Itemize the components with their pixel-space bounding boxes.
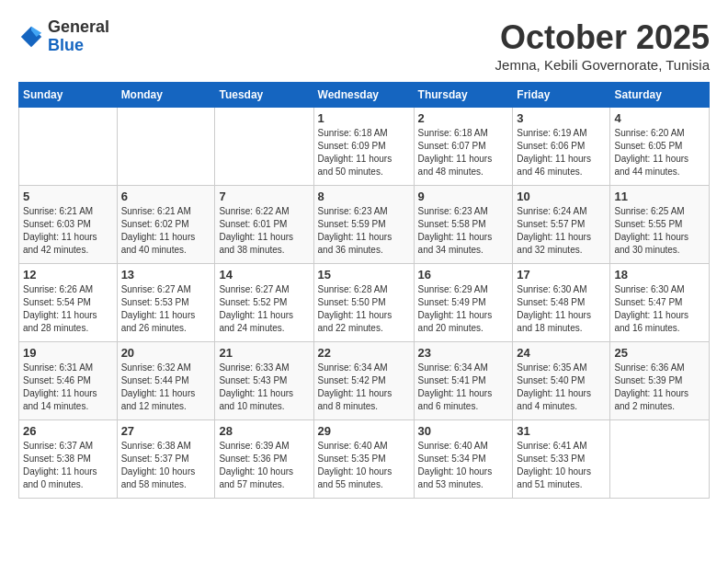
calendar-cell: 14Sunrise: 6:27 AM Sunset: 5:52 PM Dayli…: [215, 264, 313, 342]
day-number: 5: [23, 190, 113, 203]
day-info: Sunrise: 6:22 AM Sunset: 6:01 PM Dayligh…: [219, 205, 309, 257]
week-row-1: 5Sunrise: 6:21 AM Sunset: 6:03 PM Daylig…: [19, 186, 710, 264]
calendar-cell: [215, 108, 313, 186]
day-number: 23: [418, 346, 509, 360]
calendar-cell: 17Sunrise: 6:30 AM Sunset: 5:48 PM Dayli…: [513, 264, 610, 342]
week-row-0: 1Sunrise: 6:18 AM Sunset: 6:09 PM Daylig…: [19, 108, 710, 186]
week-row-3: 19Sunrise: 6:31 AM Sunset: 5:46 PM Dayli…: [19, 342, 710, 420]
calendar-cell: 20Sunrise: 6:32 AM Sunset: 5:44 PM Dayli…: [117, 342, 215, 420]
header-day-friday: Friday: [513, 83, 610, 108]
day-number: 11: [614, 190, 705, 203]
calendar-cell: 5Sunrise: 6:21 AM Sunset: 6:03 PM Daylig…: [19, 186, 118, 264]
calendar-cell: 7Sunrise: 6:22 AM Sunset: 6:01 PM Daylig…: [215, 186, 313, 264]
day-info: Sunrise: 6:32 AM Sunset: 5:44 PM Dayligh…: [121, 362, 211, 413]
day-number: 24: [517, 346, 606, 360]
calendar-cell: 8Sunrise: 6:23 AM Sunset: 5:59 PM Daylig…: [313, 186, 414, 264]
week-row-4: 26Sunrise: 6:37 AM Sunset: 5:38 PM Dayli…: [19, 420, 710, 499]
calendar-cell: 26Sunrise: 6:37 AM Sunset: 5:38 PM Dayli…: [19, 420, 118, 499]
day-info: Sunrise: 6:27 AM Sunset: 5:52 PM Dayligh…: [219, 283, 309, 335]
header-day-thursday: Thursday: [414, 83, 513, 108]
calendar-cell: 29Sunrise: 6:40 AM Sunset: 5:35 PM Dayli…: [313, 420, 414, 499]
calendar-cell: 22Sunrise: 6:34 AM Sunset: 5:42 PM Dayli…: [313, 342, 414, 420]
logo-icon: [18, 24, 44, 50]
title-block: October 2025 Jemna, Kebili Governorate, …: [495, 18, 710, 73]
calendar-cell: 27Sunrise: 6:38 AM Sunset: 5:37 PM Dayli…: [117, 420, 215, 499]
day-info: Sunrise: 6:20 AM Sunset: 6:05 PM Dayligh…: [614, 127, 705, 178]
calendar-cell: [117, 108, 215, 186]
calendar-cell: 12Sunrise: 6:26 AM Sunset: 5:54 PM Dayli…: [19, 264, 118, 342]
day-info: Sunrise: 6:37 AM Sunset: 5:38 PM Dayligh…: [23, 440, 113, 491]
day-info: Sunrise: 6:29 AM Sunset: 5:49 PM Dayligh…: [418, 283, 509, 335]
day-info: Sunrise: 6:21 AM Sunset: 6:02 PM Dayligh…: [121, 205, 211, 257]
page-header: General Blue October 2025 Jemna, Kebili …: [18, 18, 710, 73]
header-day-sunday: Sunday: [19, 83, 118, 108]
calendar-cell: 24Sunrise: 6:35 AM Sunset: 5:40 PM Dayli…: [513, 342, 610, 420]
day-number: 20: [121, 346, 211, 360]
header-day-wednesday: Wednesday: [313, 83, 414, 108]
calendar-cell: 19Sunrise: 6:31 AM Sunset: 5:46 PM Dayli…: [19, 342, 118, 420]
day-info: Sunrise: 6:38 AM Sunset: 5:37 PM Dayligh…: [121, 440, 211, 491]
calendar-cell: 23Sunrise: 6:34 AM Sunset: 5:41 PM Dayli…: [414, 342, 513, 420]
calendar-cell: 18Sunrise: 6:30 AM Sunset: 5:47 PM Dayli…: [610, 264, 710, 342]
day-info: Sunrise: 6:18 AM Sunset: 6:09 PM Dayligh…: [318, 127, 410, 178]
calendar-cell: 21Sunrise: 6:33 AM Sunset: 5:43 PM Dayli…: [215, 342, 313, 420]
day-info: Sunrise: 6:23 AM Sunset: 5:59 PM Dayligh…: [318, 205, 410, 257]
month-title: October 2025: [495, 18, 710, 57]
header-day-saturday: Saturday: [610, 83, 710, 108]
calendar-cell: 11Sunrise: 6:25 AM Sunset: 5:55 PM Dayli…: [610, 186, 710, 264]
day-number: 3: [517, 111, 606, 125]
day-info: Sunrise: 6:23 AM Sunset: 5:58 PM Dayligh…: [418, 205, 509, 257]
day-info: Sunrise: 6:30 AM Sunset: 5:47 PM Dayligh…: [614, 283, 705, 335]
calendar-cell: 25Sunrise: 6:36 AM Sunset: 5:39 PM Dayli…: [610, 342, 710, 420]
day-number: 30: [418, 424, 509, 438]
calendar-header: SundayMondayTuesdayWednesdayThursdayFrid…: [19, 83, 710, 108]
day-number: 29: [318, 424, 410, 438]
day-number: 4: [614, 111, 705, 125]
day-info: Sunrise: 6:28 AM Sunset: 5:50 PM Dayligh…: [318, 283, 410, 335]
day-info: Sunrise: 6:39 AM Sunset: 5:36 PM Dayligh…: [219, 440, 309, 491]
calendar-cell: 6Sunrise: 6:21 AM Sunset: 6:02 PM Daylig…: [117, 186, 215, 264]
calendar-cell: [19, 108, 118, 186]
header-row: SundayMondayTuesdayWednesdayThursdayFrid…: [19, 83, 710, 108]
calendar-cell: [610, 420, 710, 499]
calendar-cell: 16Sunrise: 6:29 AM Sunset: 5:49 PM Dayli…: [414, 264, 513, 342]
calendar-cell: 13Sunrise: 6:27 AM Sunset: 5:53 PM Dayli…: [117, 264, 215, 342]
day-number: 22: [318, 346, 410, 360]
header-day-tuesday: Tuesday: [215, 83, 313, 108]
day-number: 19: [23, 346, 113, 360]
calendar-cell: 30Sunrise: 6:40 AM Sunset: 5:34 PM Dayli…: [414, 420, 513, 499]
calendar-cell: 4Sunrise: 6:20 AM Sunset: 6:05 PM Daylig…: [610, 108, 710, 186]
day-number: 1: [318, 111, 410, 125]
day-number: 10: [517, 190, 606, 203]
day-info: Sunrise: 6:35 AM Sunset: 5:40 PM Dayligh…: [517, 362, 606, 413]
day-number: 8: [318, 190, 410, 203]
day-info: Sunrise: 6:26 AM Sunset: 5:54 PM Dayligh…: [23, 283, 113, 335]
day-number: 16: [418, 268, 509, 282]
calendar-cell: 15Sunrise: 6:28 AM Sunset: 5:50 PM Dayli…: [313, 264, 414, 342]
day-info: Sunrise: 6:34 AM Sunset: 5:41 PM Dayligh…: [418, 362, 509, 413]
calendar-cell: 1Sunrise: 6:18 AM Sunset: 6:09 PM Daylig…: [313, 108, 414, 186]
day-number: 9: [418, 190, 509, 203]
day-number: 31: [517, 424, 606, 438]
day-number: 25: [614, 346, 705, 360]
week-row-2: 12Sunrise: 6:26 AM Sunset: 5:54 PM Dayli…: [19, 264, 710, 342]
day-number: 26: [23, 424, 113, 438]
calendar-cell: 2Sunrise: 6:18 AM Sunset: 6:07 PM Daylig…: [414, 108, 513, 186]
day-info: Sunrise: 6:18 AM Sunset: 6:07 PM Dayligh…: [418, 127, 509, 178]
calendar-body: 1Sunrise: 6:18 AM Sunset: 6:09 PM Daylig…: [19, 108, 710, 499]
day-number: 2: [418, 111, 509, 125]
calendar-table: SundayMondayTuesdayWednesdayThursdayFrid…: [18, 82, 710, 499]
day-number: 28: [219, 424, 309, 438]
day-info: Sunrise: 6:40 AM Sunset: 5:34 PM Dayligh…: [418, 440, 509, 491]
logo: General Blue: [18, 18, 109, 55]
logo-text: General Blue: [48, 18, 109, 55]
day-info: Sunrise: 6:30 AM Sunset: 5:48 PM Dayligh…: [517, 283, 606, 335]
location-subtitle: Jemna, Kebili Governorate, Tunisia: [495, 57, 710, 73]
calendar-cell: 31Sunrise: 6:41 AM Sunset: 5:33 PM Dayli…: [513, 420, 610, 499]
day-number: 27: [121, 424, 211, 438]
day-info: Sunrise: 6:21 AM Sunset: 6:03 PM Dayligh…: [23, 205, 113, 257]
day-info: Sunrise: 6:40 AM Sunset: 5:35 PM Dayligh…: [318, 440, 410, 491]
day-info: Sunrise: 6:36 AM Sunset: 5:39 PM Dayligh…: [614, 362, 705, 413]
day-info: Sunrise: 6:31 AM Sunset: 5:46 PM Dayligh…: [23, 362, 113, 413]
day-number: 15: [318, 268, 410, 282]
